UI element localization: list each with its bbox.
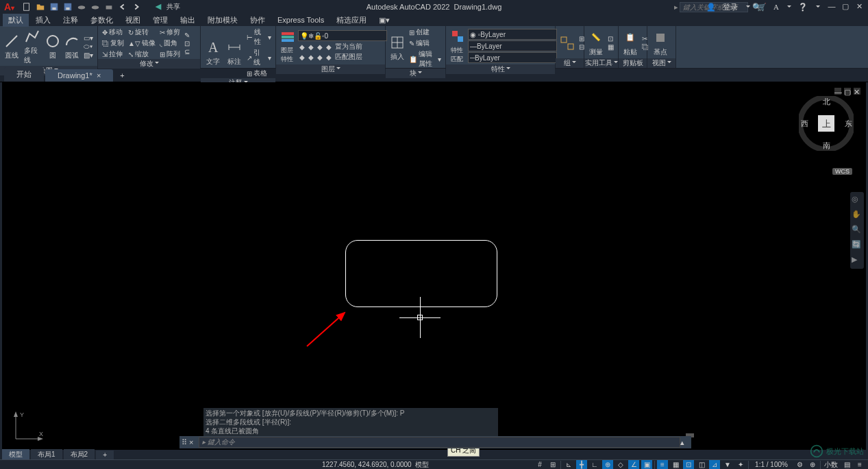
grid-icon[interactable]: # — [534, 460, 545, 469]
viewcube[interactable]: 上 北 南 西 东 — [799, 96, 854, 152]
viewport-close-icon[interactable]: ✕ — [854, 88, 860, 95]
tab-collab[interactable]: 协作 — [245, 14, 271, 27]
annotation-scale[interactable]: 1:1 / 100% — [751, 460, 792, 469]
help-dropdown-icon[interactable] — [815, 3, 820, 11]
help-icon[interactable]: ❔ — [798, 3, 808, 12]
tab-addins[interactable]: 附加模块 — [202, 14, 243, 27]
color-selector[interactable]: ◉ ▫ ByLayer — [468, 29, 557, 40]
transparency-icon[interactable]: ▦ — [670, 460, 681, 469]
gizmo-icon[interactable]: ✦ — [735, 460, 746, 469]
osnap-tracking-icon[interactable]: ∠ — [628, 460, 639, 469]
model-tab[interactable]: 模型 — [2, 449, 29, 460]
snap-mode-icon[interactable]: ⊞ — [547, 460, 558, 469]
layout2-tab[interactable]: 布局2 — [64, 449, 95, 460]
share-icon[interactable] — [153, 1, 164, 12]
login-link[interactable]: 登录 — [723, 2, 738, 12]
cmd-grip-icon[interactable]: ⠿ — [179, 438, 189, 447]
panel-utils-label[interactable]: 实用工具 — [584, 58, 618, 68]
make-current-button[interactable]: 置为当前 — [334, 42, 364, 51]
viewport-maximize-icon[interactable]: ▢ — [844, 88, 851, 95]
edit-attr-button[interactable]: 📋编辑属性▾ — [408, 49, 443, 69]
match-layer-button[interactable]: 匹配图层 — [334, 52, 364, 62]
util-icon-2[interactable]: ▦ — [606, 43, 615, 51]
layer-selector[interactable]: 💡❄🔓▫ 0 — [298, 30, 387, 41]
create-block-button[interactable]: ⊞创建 — [408, 27, 443, 37]
viewport-minimize-icon[interactable]: — — [834, 88, 841, 95]
cloud-save-icon[interactable] — [90, 1, 101, 12]
redo-icon[interactable] — [131, 1, 142, 12]
tab-insert[interactable]: 插入 — [30, 14, 56, 27]
units-display[interactable]: 小数 — [823, 460, 839, 469]
tab-default[interactable]: 默认 — [3, 14, 29, 27]
linetype-selector[interactable]: ─ ByLayer — [468, 52, 557, 63]
panel-modify-label[interactable]: 修改 — [98, 59, 200, 69]
start-tab[interactable]: 开始 — [4, 67, 44, 82]
minimize-button[interactable]: — — [827, 2, 836, 12]
stretch-button[interactable]: ⇲拉伸 — [101, 49, 125, 59]
polyline-button[interactable]: 多段线 — [22, 27, 42, 66]
osnap-icon[interactable]: ▣ — [641, 460, 652, 469]
full-nav-wheel-icon[interactable]: ◎ — [852, 195, 863, 206]
saveas-icon[interactable] — [62, 1, 73, 12]
layer-properties-button[interactable]: 图层特性 — [279, 27, 297, 64]
tab-manage[interactable]: 管理 — [147, 14, 173, 27]
open-icon[interactable] — [35, 1, 46, 12]
coordinate-display[interactable]: 1227.4560, 424.6920, 0.0000 模型 — [0, 460, 429, 470]
panel-view-label[interactable]: 视图 — [647, 58, 675, 68]
tab-featured[interactable]: 精选应用 — [331, 14, 372, 27]
layer-icon-1[interactable]: ◆ — [298, 42, 306, 51]
copy-button[interactable]: ⿻复制 — [101, 38, 125, 48]
array-button[interactable]: ⊞阵列 — [158, 49, 182, 59]
layer-icon-8[interactable]: ◆ — [325, 52, 333, 62]
ellipse-icon[interactable]: ⬭▾ — [82, 43, 95, 51]
mirror-button[interactable]: ▲▽镜像 — [127, 38, 157, 48]
autodesk-app-icon[interactable]: A — [773, 3, 779, 11]
layer-icon-3[interactable]: ◆ — [316, 42, 324, 51]
rectangle-icon[interactable]: ▭▾ — [82, 34, 95, 42]
basepoint-button[interactable]: 基点 — [650, 29, 671, 58]
layer-icon-7[interactable]: ◆ — [316, 52, 324, 62]
group-button[interactable] — [558, 34, 576, 52]
arc-button[interactable]: 圆弧 — [63, 32, 81, 61]
new-tab-button[interactable]: + — [114, 69, 129, 82]
app-dropdown-icon[interactable] — [786, 3, 791, 11]
selection-cycling-icon[interactable]: ⊡ — [683, 460, 694, 469]
tab-expand-icon[interactable]: ▣▾ — [373, 14, 395, 26]
layer-icon-2[interactable]: ◆ — [307, 42, 315, 51]
leader-button[interactable]: ↗引线▾ — [245, 48, 273, 67]
login-dropdown-icon[interactable] — [745, 3, 750, 11]
workspace-icon[interactable]: ⚙ — [794, 460, 805, 469]
ucs-icon[interactable]: Y X — [12, 410, 45, 443]
cmd-close-icon[interactable]: × — [189, 438, 199, 446]
dyn-ucs-icon[interactable]: ⊿ — [709, 460, 720, 469]
rotate-button[interactable]: ↻旋转 — [127, 27, 157, 37]
scale-button[interactable]: ⤡缩放 — [127, 49, 157, 59]
table-button[interactable]: ⊞表格 — [245, 69, 273, 78]
drawing-canvas[interactable]: — ▢ ✕ 上 北 南 西 东 WCS ◎ ✋ 🔍 🔄 ▶ Y — [2, 82, 866, 450]
line-button[interactable]: 直线 — [3, 32, 21, 61]
panel-props-label[interactable]: 特性 — [446, 64, 555, 74]
layer-icon-4[interactable]: ◆ — [325, 42, 333, 51]
tab-output[interactable]: 输出 — [175, 14, 201, 27]
orbit-icon[interactable]: 🔄 — [852, 240, 863, 251]
layer-icon-5[interactable]: ◆ — [298, 52, 306, 62]
plot-icon[interactable] — [103, 1, 114, 12]
cmd-recent-icon[interactable]: ▴ — [680, 438, 691, 447]
pan-icon[interactable]: ✋ — [852, 210, 863, 221]
customization-icon[interactable]: ≡ — [854, 460, 865, 469]
polar-icon[interactable]: ⊕ — [602, 460, 613, 469]
paste-button[interactable]: 📋粘贴 — [621, 29, 639, 58]
new-icon[interactable] — [21, 1, 32, 12]
app-logo-icon[interactable]: A▾ — [0, 1, 18, 12]
command-input[interactable]: ▸ 鍵入命令 — [199, 437, 680, 448]
zoom-extents-icon[interactable]: 🔍 — [852, 225, 863, 236]
linetype-button[interactable]: ⊢线性▾ — [245, 27, 273, 47]
close-button[interactable]: ✕ — [854, 2, 864, 12]
util-icon-1[interactable]: ⊡ — [606, 35, 615, 43]
erase-icon[interactable]: ⊆ — [183, 48, 191, 56]
layer-icon-6[interactable]: ◆ — [307, 52, 315, 62]
isodraft-icon[interactable]: ◇ — [615, 460, 626, 469]
insert-block-button[interactable]: 插入 — [388, 34, 406, 62]
fillet-button[interactable]: ◟圆角 — [158, 38, 182, 48]
measure-button[interactable]: 📏测量 — [587, 29, 605, 58]
